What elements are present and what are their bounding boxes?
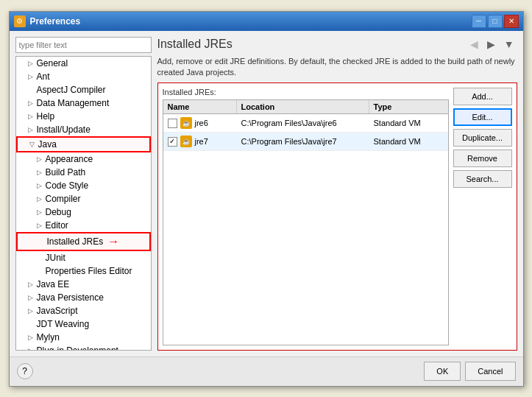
sidebar-item-plugindevelopment[interactable]: ▷ Plug-in Development xyxy=(16,344,151,351)
duplicate-button[interactable]: Duplicate... xyxy=(453,129,512,147)
sidebar-item-label: Build Path xyxy=(46,167,86,178)
sidebar-item-label: Data Management xyxy=(37,98,110,108)
expand-arrow xyxy=(28,86,35,94)
filter-input[interactable] xyxy=(15,37,152,53)
sidebar-item-label: Java EE xyxy=(37,279,70,289)
forward-button[interactable]: ▶ xyxy=(484,37,498,52)
help-button[interactable]: ? xyxy=(17,363,33,379)
search-button[interactable]: Search... xyxy=(453,170,512,188)
jre-name-cell: ☕ jre7 xyxy=(163,134,237,149)
expand-arrow: ▷ xyxy=(28,113,35,120)
sidebar-item-codestyle[interactable]: ▷ Code Style xyxy=(16,179,151,192)
bottom-right: OK Cancel xyxy=(424,362,515,381)
add-button[interactable]: Add... xyxy=(453,88,512,105)
jre-checkbox[interactable] xyxy=(168,119,177,128)
sidebar-item-label: Help xyxy=(37,111,55,122)
expand-arrow: ▷ xyxy=(28,334,35,341)
sidebar-item-buildpath[interactable]: ▷ Build Path xyxy=(16,166,151,179)
sidebar-item-javaee[interactable]: ▷ Java EE xyxy=(16,278,151,291)
sidebar-item-javascript[interactable]: ▷ JavaScript xyxy=(16,304,151,317)
sidebar-item-label: Mylyn xyxy=(37,332,60,342)
content-area: ▷ General ▷ Ant AspectJ Compiler ▷ Data … xyxy=(10,31,523,356)
sidebar-item-label: General xyxy=(37,58,68,68)
preferences-window: ⚙ Preferences ─ □ ✕ ▷ General ▷ Ant xyxy=(9,11,524,387)
right-header: Installed JREs ◀ ▶ ▼ xyxy=(157,37,517,52)
expand-arrow: ▷ xyxy=(37,155,44,163)
jre-name-cell: ☕ jre6 xyxy=(163,116,237,130)
cancel-button[interactable]: Cancel xyxy=(465,362,515,381)
dropdown-button[interactable]: ▼ xyxy=(501,37,517,52)
tree-container[interactable]: ▷ General ▷ Ant AspectJ Compiler ▷ Data … xyxy=(15,56,152,351)
jre-type-cell: Standard VM xyxy=(369,136,443,147)
red-arrow-icon: → xyxy=(107,235,119,248)
expand-arrow: ▷ xyxy=(37,195,44,203)
sidebar-item-label: Editor xyxy=(46,220,68,231)
sidebar-item-help[interactable]: ▷ Help xyxy=(16,110,151,123)
title-bar: ⚙ Preferences ─ □ ✕ xyxy=(10,12,523,31)
jre-icon: ☕ xyxy=(180,117,192,129)
edit-button[interactable]: Edit... xyxy=(453,108,512,126)
close-button[interactable]: ✕ xyxy=(504,15,519,28)
sidebar-item-mylyn[interactable]: ▷ Mylyn xyxy=(16,331,151,344)
col-name: Name xyxy=(163,100,237,113)
expand-arrow: ▷ xyxy=(28,281,35,288)
sidebar-item-ant[interactable]: ▷ Ant xyxy=(16,70,151,83)
window-icon: ⚙ xyxy=(14,15,26,27)
sidebar-item-javapersistence[interactable]: ▷ Java Persistence xyxy=(16,291,151,304)
sidebar-item-debug[interactable]: ▷ Debug xyxy=(16,205,151,219)
left-panel: ▷ General ▷ Ant AspectJ Compiler ▷ Data … xyxy=(15,37,152,351)
sidebar-item-label: Plug-in Development xyxy=(37,345,118,351)
sidebar-item-data[interactable]: ▷ Data Management xyxy=(16,96,151,110)
expand-arrow: ▷ xyxy=(37,182,44,189)
sidebar-item-junit[interactable]: JUnit xyxy=(16,251,151,264)
sidebar-item-label: Java xyxy=(38,139,57,150)
jre-type-cell: Standard VM xyxy=(369,117,443,129)
maximize-button[interactable]: □ xyxy=(488,15,503,28)
sidebar-item-label: AspectJ Compiler xyxy=(37,85,106,95)
back-button[interactable]: ◀ xyxy=(467,37,481,52)
expand-arrow xyxy=(38,238,46,245)
expand-arrow: ▷ xyxy=(37,169,44,176)
sidebar-item-label: Code Style xyxy=(46,180,89,191)
sidebar-item-label: JUnit xyxy=(46,253,65,263)
minimize-button[interactable]: ─ xyxy=(472,15,486,28)
title-bar-left: ⚙ Preferences xyxy=(14,15,81,27)
remove-button[interactable]: Remove xyxy=(453,150,512,167)
sidebar-item-general[interactable]: ▷ General xyxy=(16,57,151,70)
expand-arrow: ▷ xyxy=(28,126,35,133)
page-description: Add, remove or edit JRE definitions. By … xyxy=(157,56,517,79)
sidebar-item-label: Compiler xyxy=(46,194,81,204)
sidebar-item-properties[interactable]: Properties Files Editor xyxy=(16,264,151,278)
sidebar-item-install[interactable]: ▷ Install/Update xyxy=(16,123,151,136)
window-title: Preferences xyxy=(30,16,81,27)
installed-jres-label: Installed JREs: xyxy=(163,88,449,96)
sidebar-item-editor[interactable]: ▷ Editor xyxy=(16,219,151,232)
sidebar-item-label: JavaScript xyxy=(37,306,78,316)
sidebar-item-label: Install/Update xyxy=(37,124,91,135)
table-row[interactable]: ☕ jre6 C:\Program Files\Java\jre6 Standa… xyxy=(163,114,448,133)
sidebar-item-label: JDT Weaving xyxy=(37,319,90,329)
sidebar-item-java[interactable]: ▽ Java xyxy=(16,136,151,152)
table-row[interactable]: ☕ jre7 C:\Program Files\Java\jre7 Standa… xyxy=(163,133,448,151)
page-title: Installed JREs xyxy=(157,38,233,51)
jre-action-buttons: Add... Edit... Duplicate... Remove Searc… xyxy=(453,88,512,345)
expand-arrow: ▷ xyxy=(28,99,35,107)
expand-arrow: ▷ xyxy=(37,208,44,216)
sidebar-item-label: Ant xyxy=(37,71,50,82)
sidebar-item-jdtweaving[interactable]: JDT Weaving xyxy=(16,317,151,331)
sidebar-item-installedjres[interactable]: Installed JREs → xyxy=(16,232,151,251)
expand-arrow xyxy=(37,267,44,275)
sidebar-item-appearance[interactable]: ▷ Appearance xyxy=(16,152,151,166)
ok-button[interactable]: OK xyxy=(424,362,461,381)
col-location: Location xyxy=(237,100,369,113)
sidebar-item-aspectj[interactable]: AspectJ Compiler xyxy=(16,83,151,96)
expand-arrow xyxy=(37,254,44,261)
jre-table: Name Location Type ☕ jre6 C:\Program Fil xyxy=(163,99,449,345)
expand-arrow: ▷ xyxy=(28,60,35,67)
title-buttons: ─ □ ✕ xyxy=(472,15,519,28)
sidebar-item-compiler[interactable]: ▷ Compiler xyxy=(16,192,151,205)
col-type: Type xyxy=(369,100,443,113)
jre-table-header: Name Location Type xyxy=(163,100,448,114)
jre-checkbox[interactable] xyxy=(168,137,177,147)
sidebar-item-label: Java Persistence xyxy=(37,292,104,303)
